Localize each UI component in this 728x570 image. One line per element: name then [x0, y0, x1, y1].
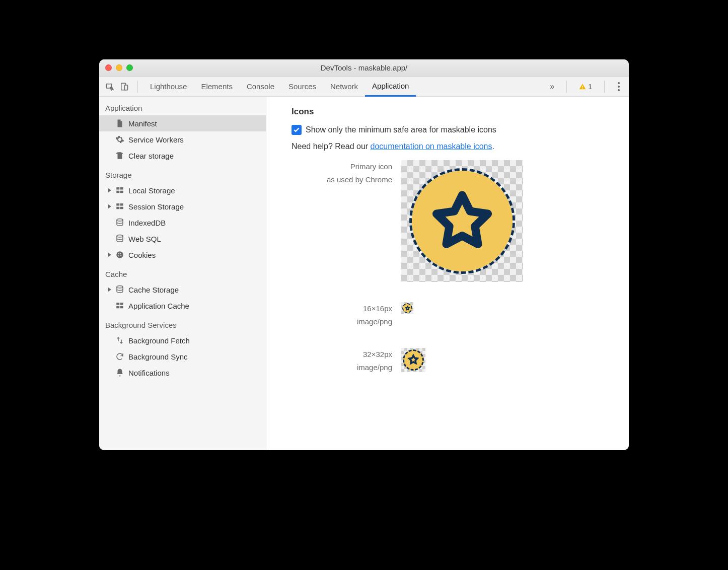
- svg-point-17: [120, 253, 121, 254]
- svg-point-19: [118, 255, 119, 256]
- svg-rect-9: [116, 203, 119, 206]
- separator: [604, 81, 605, 93]
- disclosure-arrow-icon: [108, 188, 111, 192]
- sidebar-item-label: Web SQL: [128, 235, 161, 243]
- svg-rect-24: [120, 306, 123, 309]
- icon-size-label: 16×16px: [292, 302, 392, 315]
- disclosure-arrow-icon: [108, 288, 111, 292]
- svg-rect-10: [120, 203, 123, 206]
- sidebar-item-local-storage[interactable]: Local Storage: [99, 182, 266, 198]
- tab-console[interactable]: Console: [240, 77, 281, 96]
- docs-link[interactable]: documentation on maskable icons: [371, 142, 492, 151]
- sidebar-item-notifications[interactable]: Notifications: [99, 365, 266, 381]
- file-icon: [115, 119, 124, 128]
- primary-icon-sublabel: as used by Chrome: [292, 173, 392, 186]
- icon-mime-label: image/png: [292, 315, 392, 328]
- tab-lighthouse[interactable]: Lighthouse: [143, 77, 194, 96]
- sidebar-item-service-workers[interactable]: Service Workers: [99, 131, 266, 148]
- tab-elements[interactable]: Elements: [194, 77, 240, 96]
- device-toolbar-icon[interactable]: [119, 82, 128, 91]
- sidebar-item-cache-storage[interactable]: Cache Storage: [99, 281, 266, 298]
- icon-size-label: 32×32px: [292, 348, 392, 361]
- svg-rect-7: [116, 191, 119, 193]
- svg-point-14: [117, 235, 123, 238]
- separator: [566, 81, 567, 93]
- application-sidebar: ApplicationManifestService WorkersClear …: [99, 97, 266, 450]
- checkbox-label: Show only the minimum safe area for mask…: [306, 125, 496, 134]
- icon-preview-32: [401, 348, 425, 372]
- separator: [137, 81, 138, 93]
- sidebar-item-label: Service Workers: [128, 135, 184, 144]
- db-icon: [115, 285, 124, 294]
- svg-point-18: [120, 255, 121, 256]
- svg-rect-12: [120, 207, 123, 209]
- sidebar-item-background-sync[interactable]: Background Sync: [99, 348, 266, 365]
- zoom-window-button[interactable]: [126, 64, 133, 71]
- fetch-icon: [115, 336, 124, 345]
- db-icon: [115, 218, 124, 227]
- sidebar-item-label: Clear storage: [128, 152, 174, 160]
- warnings-badge[interactable]: 1: [577, 83, 594, 91]
- sidebar-item-manifest[interactable]: Manifest: [99, 115, 266, 131]
- grid-icon: [115, 202, 124, 211]
- star-icon: [405, 306, 410, 311]
- more-tabs-button[interactable]: »: [548, 80, 556, 93]
- grid-icon: [115, 301, 124, 310]
- titlebar: DevTools - maskable.app/: [99, 59, 629, 77]
- primary-icon-label: Primary icon: [292, 160, 392, 173]
- tab-network[interactable]: Network: [323, 77, 365, 96]
- tab-application[interactable]: Application: [365, 77, 416, 97]
- svg-rect-6: [120, 187, 123, 190]
- tab-sources[interactable]: Sources: [281, 77, 323, 96]
- disclosure-arrow-icon: [108, 253, 111, 257]
- svg-rect-2: [125, 85, 128, 90]
- primary-icon-preview: [401, 160, 523, 282]
- sidebar-item-label: Manifest: [128, 119, 157, 128]
- devtools-tabbar: LighthouseElementsConsoleSourcesNetworkA…: [99, 77, 629, 97]
- svg-rect-21: [116, 303, 119, 305]
- sidebar-item-session-storage[interactable]: Session Storage: [99, 198, 266, 215]
- minimize-window-button[interactable]: [116, 64, 122, 71]
- sidebar-item-label: Application Cache: [128, 302, 189, 310]
- svg-point-13: [117, 219, 123, 222]
- svg-point-16: [118, 253, 119, 254]
- svg-rect-8: [120, 191, 123, 193]
- sidebar-item-label: Background Fetch: [128, 336, 190, 345]
- gear-icon: [115, 135, 124, 144]
- window-title: DevTools - maskable.app/: [99, 63, 629, 72]
- section-heading: Icons: [292, 107, 604, 117]
- warning-icon: [579, 83, 586, 90]
- sidebar-item-application-cache[interactable]: Application Cache: [99, 298, 266, 314]
- trash-icon: [115, 151, 124, 160]
- svg-rect-22: [120, 303, 123, 305]
- sidebar-item-label: Local Storage: [128, 186, 175, 195]
- sidebar-item-indexeddb[interactable]: IndexedDB: [99, 215, 266, 231]
- sidebar-section-title: Storage: [99, 164, 266, 182]
- sidebar-item-label: IndexedDB: [128, 219, 166, 227]
- icon-mime-label: image/png: [292, 361, 392, 374]
- sidebar-item-label: Session Storage: [128, 202, 184, 211]
- svg-rect-3: [583, 86, 583, 88]
- svg-point-20: [117, 286, 123, 289]
- cookie-icon: [115, 250, 124, 259]
- svg-rect-5: [116, 187, 119, 190]
- sidebar-section-title: Cache: [99, 263, 266, 281]
- svg-rect-11: [116, 207, 119, 209]
- sidebar-section-title: Background Services: [99, 314, 266, 332]
- help-text: Need help? Read our documentation on mas…: [292, 142, 604, 151]
- bell-icon: [115, 368, 124, 377]
- star-icon: [407, 354, 419, 366]
- sidebar-item-clear-storage[interactable]: Clear storage: [99, 148, 266, 164]
- sidebar-item-background-fetch[interactable]: Background Fetch: [99, 332, 266, 348]
- sync-icon: [115, 352, 124, 361]
- sidebar-item-web-sql[interactable]: Web SQL: [99, 231, 266, 247]
- inspect-element-icon[interactable]: [105, 82, 114, 91]
- safe-area-checkbox[interactable]: [292, 125, 302, 135]
- sidebar-item-label: Notifications: [128, 369, 170, 377]
- close-window-button[interactable]: [105, 64, 112, 71]
- svg-rect-4: [583, 88, 583, 88]
- sidebar-item-cookies[interactable]: Cookies: [99, 247, 266, 263]
- db-icon: [115, 234, 124, 243]
- settings-menu-button[interactable]: [615, 79, 623, 94]
- svg-point-15: [116, 251, 123, 258]
